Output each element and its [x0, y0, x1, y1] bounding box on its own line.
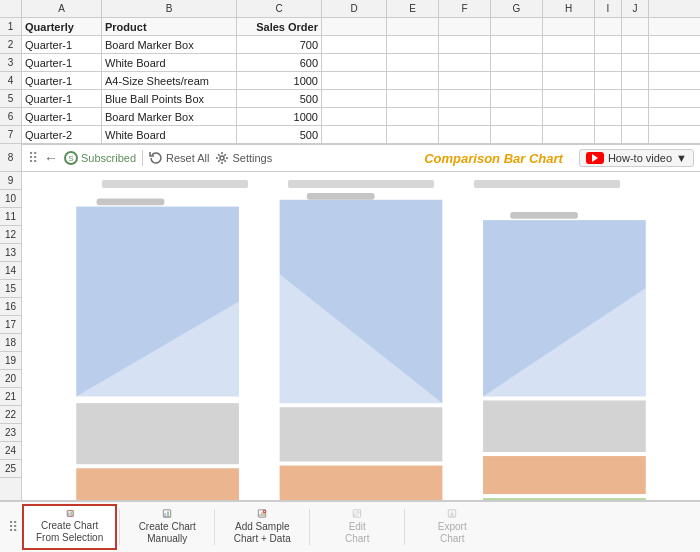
- subscribed-badge[interactable]: S Subscribed: [64, 151, 136, 165]
- cell-1h[interactable]: [543, 18, 595, 35]
- cell-2h[interactable]: [543, 36, 595, 53]
- cell-3a[interactable]: Quarter-1: [22, 54, 102, 71]
- cell-5h[interactable]: [543, 90, 595, 107]
- cell-2c[interactable]: 700: [237, 36, 322, 53]
- svg-rect-18: [510, 212, 578, 219]
- create-manually-button[interactable]: Create ChartManually: [122, 504, 212, 550]
- cell-3g[interactable]: [491, 54, 543, 71]
- bottom-toolbar-drag[interactable]: ⠿: [4, 519, 22, 535]
- cell-7b[interactable]: White Board: [102, 126, 237, 143]
- cell-6a[interactable]: Quarter-1: [22, 108, 102, 125]
- col-header-d[interactable]: D: [322, 0, 387, 17]
- col-header-b[interactable]: B: [102, 0, 237, 17]
- cell-1g[interactable]: [491, 18, 543, 35]
- cell-7e[interactable]: [387, 126, 439, 143]
- svg-point-0: [220, 156, 224, 160]
- cell-1c[interactable]: Sales Order: [237, 18, 322, 35]
- col-header-h[interactable]: H: [543, 0, 595, 17]
- cell-4a[interactable]: Quarter-1: [22, 72, 102, 89]
- col-header-g[interactable]: G: [491, 0, 543, 17]
- cell-3c[interactable]: 600: [237, 54, 322, 71]
- how-to-video-button[interactable]: How-to video ▼: [579, 149, 694, 167]
- cell-4e[interactable]: [387, 72, 439, 89]
- svg-rect-15: [483, 498, 646, 500]
- create-from-selection-button[interactable]: Create ChartFrom Selection: [22, 504, 117, 550]
- cell-7g[interactable]: [491, 126, 543, 143]
- cell-6d[interactable]: [322, 108, 387, 125]
- settings-button[interactable]: Settings: [215, 151, 272, 165]
- cell-5a[interactable]: Quarter-1: [22, 90, 102, 107]
- cell-6c[interactable]: 1000: [237, 108, 322, 125]
- add-sample-button[interactable]: Add SampleChart + Data: [217, 504, 307, 550]
- cell-1e[interactable]: [387, 18, 439, 35]
- col-header-c[interactable]: C: [237, 0, 322, 17]
- col-header-e[interactable]: E: [387, 0, 439, 17]
- cell-1j[interactable]: [622, 18, 649, 35]
- cell-6j[interactable]: [622, 108, 649, 125]
- cell-6b[interactable]: Board Marker Box: [102, 108, 237, 125]
- chevron-down-icon: ▼: [676, 152, 687, 164]
- export-chart-button[interactable]: ExportChart: [407, 504, 497, 550]
- cell-6f[interactable]: [439, 108, 491, 125]
- cell-3i[interactable]: [595, 54, 622, 71]
- cell-1d[interactable]: [322, 18, 387, 35]
- cell-2b[interactable]: Board Marker Box: [102, 36, 237, 53]
- cell-4g[interactable]: [491, 72, 543, 89]
- cell-5c[interactable]: 500: [237, 90, 322, 107]
- cell-2d[interactable]: [322, 36, 387, 53]
- row-num-14: 14: [0, 262, 21, 280]
- cell-2f[interactable]: [439, 36, 491, 53]
- cell-3e[interactable]: [387, 54, 439, 71]
- cell-7a[interactable]: Quarter-2: [22, 126, 102, 143]
- cell-7d[interactable]: [322, 126, 387, 143]
- cell-2e[interactable]: [387, 36, 439, 53]
- cell-5e[interactable]: [387, 90, 439, 107]
- toolbar-back-button[interactable]: ←: [44, 150, 58, 166]
- cell-7j[interactable]: [622, 126, 649, 143]
- cell-3h[interactable]: [543, 54, 595, 71]
- cell-3j[interactable]: [622, 54, 649, 71]
- cell-4h[interactable]: [543, 72, 595, 89]
- cell-4f[interactable]: [439, 72, 491, 89]
- toolbar-drag-handle[interactable]: ⠿: [28, 150, 38, 166]
- cell-2j[interactable]: [622, 36, 649, 53]
- cell-4b[interactable]: A4-Size Sheets/ream: [102, 72, 237, 89]
- col-header-j[interactable]: J: [622, 0, 649, 17]
- cell-6i[interactable]: [595, 108, 622, 125]
- reset-all-button[interactable]: Reset All: [149, 151, 209, 165]
- cell-3b[interactable]: White Board: [102, 54, 237, 71]
- col-header-f[interactable]: F: [439, 0, 491, 17]
- edit-chart-button[interactable]: EditChart: [312, 504, 402, 550]
- cell-4d[interactable]: [322, 72, 387, 89]
- row-num-5: 5: [0, 90, 21, 108]
- cell-5j[interactable]: [622, 90, 649, 107]
- cell-4i[interactable]: [595, 72, 622, 89]
- col-header-i[interactable]: I: [595, 0, 622, 17]
- cell-7i[interactable]: [595, 126, 622, 143]
- cell-2a[interactable]: Quarter-1: [22, 36, 102, 53]
- cell-5b[interactable]: Blue Ball Points Box: [102, 90, 237, 107]
- cell-1a[interactable]: Quarterly: [22, 18, 102, 35]
- svg-rect-9: [280, 466, 443, 500]
- cell-3d[interactable]: [322, 54, 387, 71]
- cell-5f[interactable]: [439, 90, 491, 107]
- cell-5d[interactable]: [322, 90, 387, 107]
- col-header-a[interactable]: A: [22, 0, 102, 17]
- cell-6e[interactable]: [387, 108, 439, 125]
- cell-7h[interactable]: [543, 126, 595, 143]
- cell-7c[interactable]: 500: [237, 126, 322, 143]
- svg-rect-16: [97, 198, 165, 205]
- cell-4c[interactable]: 1000: [237, 72, 322, 89]
- cell-1b[interactable]: Product: [102, 18, 237, 35]
- cell-1f[interactable]: [439, 18, 491, 35]
- cell-6g[interactable]: [491, 108, 543, 125]
- cell-6h[interactable]: [543, 108, 595, 125]
- cell-4j[interactable]: [622, 72, 649, 89]
- cell-1i[interactable]: [595, 18, 622, 35]
- cell-5g[interactable]: [491, 90, 543, 107]
- cell-2g[interactable]: [491, 36, 543, 53]
- cell-3f[interactable]: [439, 54, 491, 71]
- cell-7f[interactable]: [439, 126, 491, 143]
- cell-5i[interactable]: [595, 90, 622, 107]
- cell-2i[interactable]: [595, 36, 622, 53]
